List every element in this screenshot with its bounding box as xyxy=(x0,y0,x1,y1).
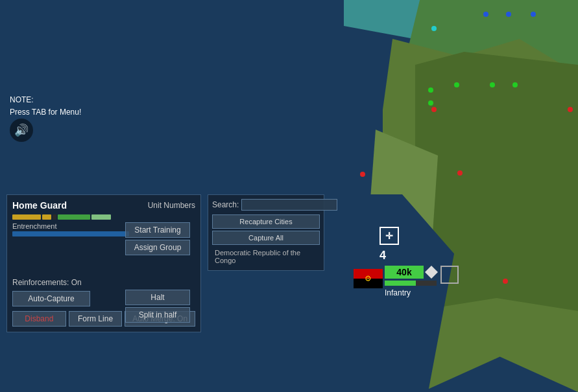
reinforcements-text: Reinforcements: On xyxy=(12,278,129,287)
bar-dark xyxy=(53,214,56,220)
selection-box xyxy=(440,266,459,284)
map-dot-1 xyxy=(428,87,433,93)
capture-all-button[interactable]: Capture All xyxy=(212,231,320,245)
map-dot-11 xyxy=(568,107,573,112)
bar-yellow xyxy=(12,214,41,220)
auto-capture-button[interactable]: Auto-Capture xyxy=(12,291,90,306)
bar-row-1 xyxy=(12,214,129,220)
assign-group-button[interactable]: Assign Group xyxy=(125,240,190,255)
map-dot-12 xyxy=(457,170,463,176)
search-row: Search: xyxy=(212,199,320,211)
panel-inner: Home Guard Unit Numbers En xyxy=(12,200,195,327)
unit-label: Infantry xyxy=(385,288,411,297)
bar-yellow2 xyxy=(42,214,51,220)
note-line2: Press TAB for Menu! xyxy=(10,106,81,119)
map-dot-5 xyxy=(512,82,518,87)
angola-flag: ⚙ xyxy=(354,269,383,288)
right-buttons: Start Training Assign Group Halt Split i… xyxy=(125,222,190,325)
combat-buttons: Halt Split in half xyxy=(125,290,190,325)
unit-cross-icon: ✛ xyxy=(385,231,393,241)
search-input[interactable] xyxy=(241,199,337,211)
recapture-cities-button[interactable]: Recapture Cities xyxy=(212,214,320,229)
unit-strength: 40k xyxy=(385,266,424,279)
map-dot-9 xyxy=(531,12,536,17)
map-dot-4 xyxy=(490,82,495,87)
bar-light-green xyxy=(91,214,111,220)
left-panel: Home Guard Unit Numbers En xyxy=(6,194,201,332)
auto-capture-section: Auto-Capture xyxy=(12,291,129,308)
panel-flex: Entrenchment Reinforcements: On Auto-Cap… xyxy=(12,214,195,308)
bars-container xyxy=(12,214,129,220)
country-item[interactable]: Democratic Republic of the Congo xyxy=(212,247,320,266)
halt-button[interactable]: Halt xyxy=(125,290,190,305)
entrenchment-section: Entrenchment xyxy=(12,222,129,236)
split-button[interactable]: Split in half xyxy=(125,307,190,323)
map-dot-2 xyxy=(428,100,433,106)
unit-flag: ⚙ xyxy=(354,269,383,288)
unit-health-bar xyxy=(385,281,437,286)
map-dot-8 xyxy=(506,12,511,17)
start-training-button[interactable]: Start Training xyxy=(125,222,190,238)
sound-icon: 🔊 xyxy=(14,123,29,137)
map-dot-7 xyxy=(483,12,488,17)
map-dot-6 xyxy=(431,26,437,31)
panel-header: Home Guard Unit Numbers xyxy=(12,200,195,211)
unit-number: 4 xyxy=(379,249,386,262)
note-line1: NOTE: xyxy=(10,94,81,106)
map-dot-10 xyxy=(431,107,437,112)
unit-health-fill xyxy=(385,281,416,286)
search-label: Search: xyxy=(212,200,239,209)
disband-button[interactable]: Disband xyxy=(12,311,66,327)
entrenchment-label: Entrenchment xyxy=(12,222,129,230)
map-dot-0 xyxy=(360,172,365,177)
entrenchment-bar xyxy=(12,231,129,236)
flag-emblem-icon: ⚙ xyxy=(365,274,372,283)
sound-button[interactable]: 🔊 xyxy=(10,119,33,142)
map-dot-3 xyxy=(454,82,459,87)
search-panel: Search: Recapture Cities Capture All Dem… xyxy=(208,194,324,271)
bar-green xyxy=(58,214,90,220)
map-dot-13 xyxy=(503,279,508,284)
unit-icon: ✛ xyxy=(379,227,399,245)
panel-title: Home Guard xyxy=(12,200,67,211)
note-text: NOTE: Press TAB for Menu! xyxy=(10,94,81,119)
spacer xyxy=(12,236,129,275)
form-line-button[interactable]: Form Line xyxy=(69,311,123,327)
left-section: Entrenchment Reinforcements: On Auto-Cap… xyxy=(12,214,129,308)
unit-numbers-button[interactable]: Unit Numbers xyxy=(148,201,195,210)
